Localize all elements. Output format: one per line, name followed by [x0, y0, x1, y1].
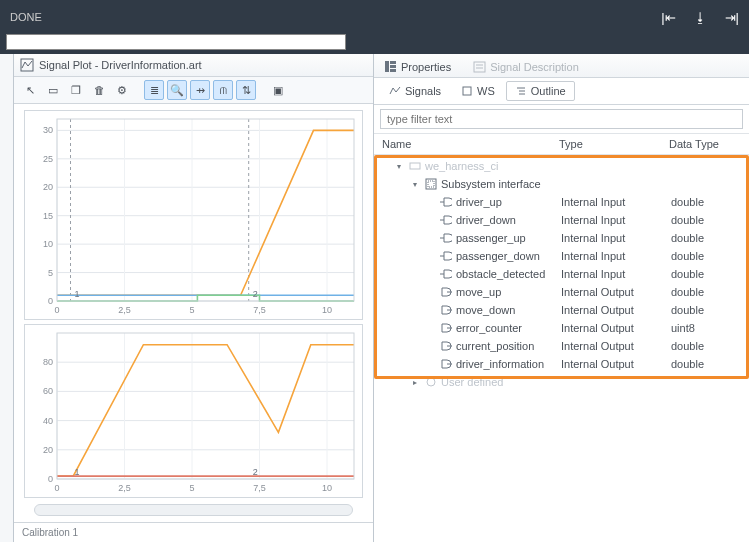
- tree-row[interactable]: move_up Internal Output double: [380, 283, 743, 301]
- tree-row-truncated[interactable]: ▸ User defined: [380, 373, 743, 391]
- svg-rect-29: [57, 119, 354, 301]
- tab-properties[interactable]: Properties: [382, 58, 453, 75]
- tree-row[interactable]: driver_up Internal Input double: [380, 193, 743, 211]
- signal-name: move_up: [456, 286, 501, 298]
- tree-label: Subsystem interface: [441, 178, 541, 190]
- tree-row[interactable]: passenger_up Internal Input double: [380, 229, 743, 247]
- signaldesc-icon: [473, 60, 486, 73]
- expand-icon[interactable]: ▾: [394, 162, 403, 171]
- signal-type: Internal Output: [561, 286, 671, 298]
- svg-rect-64: [410, 163, 420, 169]
- tree-row[interactable]: current_position Internal Output double: [380, 337, 743, 355]
- tree-header: Name Type Data Type: [374, 133, 749, 155]
- tree-row-group[interactable]: ▾ Subsystem interface: [380, 175, 743, 193]
- tool-save-icon[interactable]: ▭: [43, 80, 63, 100]
- signal-plot-icon: [20, 58, 34, 72]
- tool-sort-icon[interactable]: ⇅: [236, 80, 256, 100]
- svg-rect-53: [385, 61, 389, 72]
- tool-cursor1-icon[interactable]: ⇸: [190, 80, 210, 100]
- port-out-icon: [440, 305, 452, 315]
- outline-tree[interactable]: ▾ we_harness_ci ▾ Subsystem interface dr…: [374, 155, 749, 542]
- ws-icon: [461, 85, 473, 97]
- tree-row-truncated[interactable]: ▾ we_harness_ci: [380, 157, 743, 175]
- signal-name: passenger_up: [456, 232, 526, 244]
- svg-text:1: 1: [75, 467, 80, 477]
- signal-datatype: double: [671, 250, 743, 262]
- plot-toolbar: ↖ ▭ ❐ 🗑 ⚙ ≣ 🔍 ⇸ ⫙ ⇅ ▣: [14, 77, 373, 104]
- left-gutter: [0, 54, 14, 542]
- signal-name: driver_up: [456, 196, 502, 208]
- port-out-icon: [440, 341, 452, 351]
- signal-datatype: double: [671, 214, 743, 226]
- plot-scrollbar[interactable]: [34, 504, 353, 516]
- signal-type: Internal Output: [561, 322, 671, 334]
- subtab-ws[interactable]: WS: [452, 81, 504, 101]
- col-name[interactable]: Name: [382, 138, 559, 150]
- tree-row[interactable]: obstacle_detected Internal Input double: [380, 265, 743, 283]
- port-in-icon: [440, 233, 452, 243]
- signal-datatype: double: [671, 358, 743, 370]
- tool-cursor2-icon[interactable]: ⫙: [213, 80, 233, 100]
- svg-rect-54: [390, 61, 396, 64]
- chart-top[interactable]: 05101520253002,557,51012: [24, 110, 363, 320]
- signals-icon: [389, 85, 401, 97]
- tree-row[interactable]: error_counter Internal Output uint8: [380, 319, 743, 337]
- svg-text:15: 15: [43, 211, 53, 221]
- svg-rect-56: [390, 69, 396, 72]
- signal-name: move_down: [456, 304, 515, 316]
- svg-rect-52: [57, 333, 354, 479]
- signal-type: Internal Input: [561, 250, 671, 262]
- signal-datatype: double: [671, 196, 743, 208]
- filter-input[interactable]: [380, 109, 743, 129]
- port-in-icon: [440, 197, 452, 207]
- signal-type: Internal Output: [561, 340, 671, 352]
- signal-datatype: double: [671, 268, 743, 280]
- chart-bottom[interactable]: 02040608002,557,51012: [24, 324, 363, 498]
- svg-text:2: 2: [253, 467, 258, 477]
- tool-zoom-icon[interactable]: 🔍: [167, 80, 187, 100]
- right-sub-tabs: Signals WS Outline: [374, 78, 749, 105]
- tool-copy-icon[interactable]: ❐: [66, 80, 86, 100]
- signal-datatype: double: [671, 286, 743, 298]
- tab-signal-description[interactable]: Signal Description: [471, 58, 581, 75]
- port-in-icon: [440, 215, 452, 225]
- jump-end-icon[interactable]: ⇥|: [725, 10, 739, 25]
- jump-start-icon[interactable]: |⇤: [661, 10, 675, 25]
- svg-text:2,5: 2,5: [118, 483, 131, 493]
- tree-row[interactable]: driver_down Internal Input double: [380, 211, 743, 229]
- svg-text:0: 0: [54, 305, 59, 315]
- signal-name: driver_down: [456, 214, 516, 226]
- svg-text:20: 20: [43, 445, 53, 455]
- tree-row[interactable]: passenger_down Internal Input double: [380, 247, 743, 265]
- tree-row[interactable]: driver_information Internal Output doubl…: [380, 355, 743, 373]
- address-input[interactable]: [6, 34, 346, 50]
- subtab-outline[interactable]: Outline: [506, 81, 575, 101]
- col-type[interactable]: Type: [559, 138, 669, 150]
- status-label: DONE: [10, 11, 42, 23]
- filter-row: [380, 109, 743, 129]
- svg-text:5: 5: [189, 305, 194, 315]
- svg-text:5: 5: [48, 268, 53, 278]
- svg-text:20: 20: [43, 182, 53, 192]
- col-datatype[interactable]: Data Type: [669, 138, 741, 150]
- right-top-tabs: Properties Signal Description: [374, 54, 749, 78]
- svg-text:10: 10: [43, 239, 53, 249]
- tool-config-icon[interactable]: ⚙: [112, 80, 132, 100]
- expand-icon[interactable]: ▾: [410, 180, 419, 189]
- tool-list-icon[interactable]: ≣: [144, 80, 164, 100]
- svg-text:25: 25: [43, 154, 53, 164]
- expand-icon[interactable]: ▸: [410, 378, 419, 387]
- signal-datatype: double: [671, 340, 743, 352]
- port-in-icon: [440, 251, 452, 261]
- signal-datatype: double: [671, 232, 743, 244]
- address-bar: [0, 34, 749, 54]
- svg-text:7,5: 7,5: [253, 483, 266, 493]
- harness-icon: [409, 160, 421, 172]
- tree-row[interactable]: move_down Internal Output double: [380, 301, 743, 319]
- download-icon[interactable]: ⭳: [694, 10, 707, 25]
- tool-fit-icon[interactable]: ▣: [268, 80, 288, 100]
- tool-trash-icon[interactable]: 🗑: [89, 80, 109, 100]
- tool-cursor-icon[interactable]: ↖: [20, 80, 40, 100]
- subtab-signals[interactable]: Signals: [380, 81, 450, 101]
- port-out-icon: [440, 287, 452, 297]
